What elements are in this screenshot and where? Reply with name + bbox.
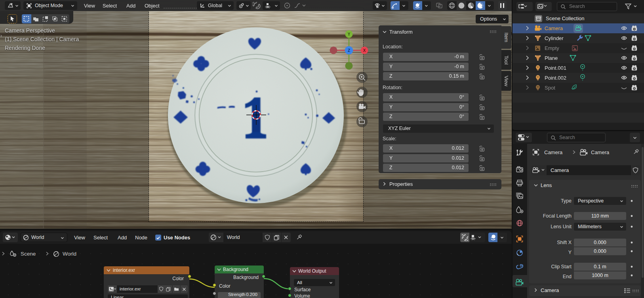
svg-text:Z: Z (348, 48, 350, 53)
svg-text:Y: Y (348, 32, 351, 36)
svg-text:X: X (363, 48, 366, 53)
